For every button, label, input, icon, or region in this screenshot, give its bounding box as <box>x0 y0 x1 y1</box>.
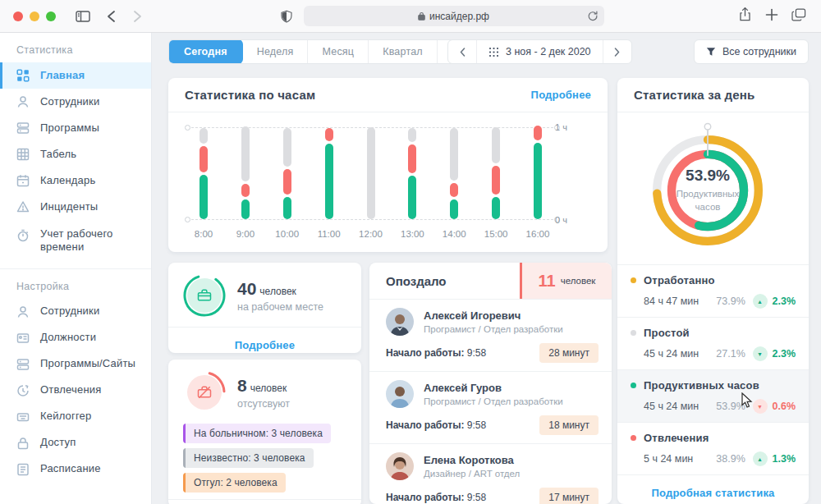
late-person-role: Дизайнер / ART отдел <box>424 469 520 479</box>
present-unit: человек <box>259 286 296 297</box>
x-axis-label: 8:00 <box>195 229 213 239</box>
stat-delta-value: 2.3% <box>773 348 796 360</box>
zoom-window-button[interactable] <box>46 11 56 21</box>
hours-chart-columns: 8:009:0010:0011:0012:0013:0014:0015:0016… <box>200 127 542 219</box>
bar-column[interactable]: 16:00 <box>534 127 542 219</box>
bar-column[interactable]: 12:00 <box>367 127 375 219</box>
sidebar-item-distractions[interactable]: Отвлечения <box>0 378 151 404</box>
sidebar-item-time-tracking[interactable]: Учет рабочего времени <box>0 220 151 260</box>
sidebar-toggle-icon[interactable] <box>72 6 94 27</box>
chevron-left-icon <box>460 48 466 57</box>
late-row[interactable]: Алексей Гуров Програмист / Отдел разрабо… <box>369 372 612 444</box>
late-person-name: Алексей Гуров <box>424 382 563 394</box>
detailed-stats-link[interactable]: Подробная статистика <box>651 487 774 499</box>
bar-column[interactable]: 11:00 <box>325 127 333 219</box>
sidebar-item-label: Инциденты <box>40 200 98 213</box>
close-window-button[interactable] <box>13 11 23 21</box>
sidebar-item-programs[interactable]: Программы <box>0 115 151 141</box>
sidebar-item-programs-sites[interactable]: Программы/Сайты <box>0 351 151 378</box>
present-details-link[interactable]: Подробнее <box>235 339 295 351</box>
sidebar-item-schedule[interactable]: Расписание <box>0 456 151 483</box>
stat-delta-value: 2.3% <box>773 296 796 307</box>
back-button-icon[interactable] <box>100 6 122 27</box>
bar-column[interactable]: 13:00 <box>408 127 416 219</box>
late-row[interactable]: Алексей Игоревич Програмист / Отдел разр… <box>369 300 612 372</box>
toolbar: Сегодня Неделя Месяц Квартал Год 3 ноя -… <box>168 39 809 64</box>
stat-row[interactable]: Отработанно 84 ч 47 мин 73.9% ▲2.3% <box>617 265 809 318</box>
date-range-value[interactable]: 3 ноя - 2 дек 2020 <box>476 40 603 63</box>
lock-icon <box>16 437 30 450</box>
absence-tag: Неизвестно: 3 человека <box>183 448 314 468</box>
filter-funnel-icon <box>706 47 716 57</box>
bar-column[interactable]: 9:00 <box>241 127 250 219</box>
bar-column[interactable]: 10:00 <box>283 127 291 219</box>
chevron-right-icon <box>614 48 620 57</box>
hours-details-link[interactable]: Подробнее <box>531 89 591 101</box>
sidebar-item-label: Сотрудники <box>40 95 99 108</box>
late-unit: человек <box>561 276 596 286</box>
bar-column[interactable]: 8:00 <box>200 127 208 219</box>
date-next-button[interactable] <box>603 40 631 63</box>
absent-employees-card: 8человек отсутсвуют На больничном: 3 чел… <box>168 360 361 504</box>
sidebar-item-label: Табель <box>40 148 76 161</box>
sidebar-item-label: Отвлечения <box>40 383 102 396</box>
date-prev-button[interactable] <box>448 40 476 63</box>
sidebar-item-keylogger[interactable]: Кейлоггер <box>0 404 151 430</box>
sidebar-item-timesheet[interactable]: Табель <box>0 141 151 167</box>
tab-overview-icon[interactable] <box>791 8 806 25</box>
reload-icon[interactable] <box>587 9 599 25</box>
sidebar-item-positions[interactable]: Должности <box>0 325 151 351</box>
new-tab-icon[interactable] <box>765 8 778 25</box>
stat-row[interactable]: Отвлечения 5 ч 24 мин 38.9% ▲1.3% <box>617 423 809 474</box>
donut-needle-knob <box>704 123 710 129</box>
bar-column[interactable]: 15:00 <box>492 127 500 219</box>
sidebar-item-label: Календарь <box>40 174 95 187</box>
absence-tag-text: Отгул: 2 человека <box>186 473 286 493</box>
x-axis-label: 13:00 <box>401 229 424 239</box>
stat-delta-value: 1.3% <box>773 453 796 465</box>
share-icon[interactable] <box>738 7 752 25</box>
forward-button-icon[interactable] <box>126 6 148 27</box>
sidebar-section-statistics: Статистика <box>0 33 151 62</box>
calendar-icon <box>16 174 30 187</box>
sidebar-item-employees-settings[interactable]: Сотрудники <box>0 299 151 325</box>
employees-filter-button[interactable]: Все сотрудники <box>694 39 809 64</box>
sidebar-item-label: Учет рабочего времени <box>40 227 137 254</box>
x-axis-label: 9:00 <box>236 229 255 239</box>
absence-tag: Отгул: 2 человека <box>183 473 286 493</box>
sidebar-item-home[interactable]: Главная <box>0 62 151 89</box>
stat-row[interactable]: Простой 45 ч 24 мин 27.1% ▼2.3% <box>617 318 809 370</box>
sidebar-item-label: Программы <box>40 121 99 135</box>
late-row[interactable]: Елена Короткова Дизайнер / ART отдел Нач… <box>369 444 612 504</box>
late-employees-card: Опоздало 11 человек Алексей Игоревич Про… <box>369 263 612 504</box>
apps-icon <box>16 121 30 135</box>
bar-column[interactable]: 14:00 <box>450 127 458 219</box>
sidebar-item-incidents[interactable]: Инциденты <box>0 194 151 220</box>
date-range-picker: 3 ноя - 2 дек 2020 <box>447 39 632 64</box>
stat-row[interactable]: Продуктивных часов 45 ч 24 мин 53.9% ▼0.… <box>617 370 809 423</box>
status-dot <box>631 383 636 388</box>
sidebar-item-employees[interactable]: Сотрудники <box>0 89 151 115</box>
start-time: 9:58 <box>467 347 486 359</box>
late-card-title: Опоздало <box>369 274 447 288</box>
x-axis-label: 11:00 <box>318 229 341 239</box>
sidebar-item-label: Главная <box>40 69 85 82</box>
stat-title: Отработанно <box>644 274 715 286</box>
address-bar[interactable]: инсайдер.рф <box>304 6 604 26</box>
stat-percent: 73.9% <box>716 296 752 307</box>
tab-week[interactable]: Неделя <box>243 40 308 63</box>
sidebar: Статистика Главная Сотрудники Программы … <box>0 33 152 504</box>
absent-icon <box>183 371 226 414</box>
tab-month[interactable]: Месяц <box>307 40 368 63</box>
day-donut-chart: 53.9% Продуктивных часов <box>617 112 809 265</box>
sidebar-item-label: Сотрудники <box>40 305 99 318</box>
tab-quarter[interactable]: Квартал <box>368 40 437 63</box>
sidebar-item-calendar[interactable]: Календарь <box>0 167 151 194</box>
absent-subtitle: отсутсвуют <box>237 398 290 410</box>
filter-label: Все сотрудники <box>722 46 796 57</box>
tab-today[interactable]: Сегодня <box>168 39 243 64</box>
start-label: Начало работы: <box>386 492 464 503</box>
minimize-window-button[interactable] <box>30 11 39 21</box>
privacy-shield-icon[interactable] <box>276 6 297 27</box>
sidebar-item-access[interactable]: Доступ <box>0 430 151 456</box>
